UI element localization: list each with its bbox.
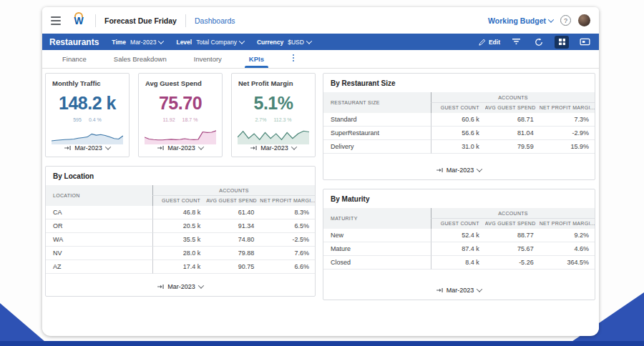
column-header: NET PROFIT MARGI... <box>540 219 595 229</box>
cell-value: 17.4 k <box>152 260 206 274</box>
column-header-accounts: ACCOUNTS <box>431 208 595 219</box>
edit-button[interactable]: Edit <box>479 39 500 46</box>
cell-value: 6.5% <box>260 219 315 233</box>
chevron-down-icon <box>291 144 297 149</box>
cell-value: 6.6% <box>260 260 315 274</box>
sparkline-chart <box>52 127 123 144</box>
cell-value: 8.3% <box>260 206 315 219</box>
cell-value: 31.0 k <box>431 140 485 154</box>
help-icon[interactable]: ? <box>560 15 571 26</box>
kpi-subvalues: 2.7% 112.3 % <box>255 117 291 122</box>
grid-view-button[interactable] <box>555 36 569 49</box>
tab-overflow-menu-icon[interactable] <box>290 50 297 68</box>
refresh-button[interactable] <box>532 36 546 49</box>
chevron-down-icon <box>239 38 245 44</box>
logo-letter: W <box>72 16 85 26</box>
kpi-title: Monthly Traffic <box>52 79 101 87</box>
chevron-down-icon <box>198 282 204 288</box>
data-table: RESTAURANT SIZE ACCOUNTS GUEST COUNTAVG … <box>323 92 595 154</box>
row-label: Standard <box>323 113 431 127</box>
dashboard-content: Monthly Traffic 148.2 k 595 0.4 % Mar-20… <box>42 69 599 335</box>
kpi-card: Net Profit Margin 5.1% 2.7% 112.3 % Mar-… <box>231 73 316 157</box>
cell-value: -2.9% <box>540 127 595 140</box>
column-header: AVG GUEST SPEND <box>485 219 540 229</box>
table-title: By Maturity <box>331 195 595 203</box>
period-value: Mar-2023 <box>447 167 474 174</box>
period-selector[interactable]: Mar-2023 <box>64 144 110 152</box>
column-header-dimension: MATURITY <box>323 208 431 229</box>
tab-finance[interactable]: Finance <box>61 51 88 68</box>
row-label: AZ <box>46 260 152 274</box>
period-value: Mar-2023 <box>167 144 195 152</box>
divider <box>185 14 186 27</box>
backdrop-bottom-bar <box>0 341 644 346</box>
row-label: OR <box>46 219 152 233</box>
cell-value: 68.71 <box>485 113 540 127</box>
dashboards-link[interactable]: Dashboards <box>195 16 235 25</box>
column-header-dimension: LOCATION <box>46 185 152 206</box>
table-title: By Location <box>53 172 315 180</box>
table-title: By Restaurant Size <box>331 79 595 87</box>
row-label: CA <box>46 206 152 219</box>
top-bar: W Forecast Due Friday Dashboards Working… <box>42 7 599 34</box>
tab-inventory[interactable]: Inventory <box>192 51 223 68</box>
tab-kpis[interactable]: KPIs <box>248 51 265 68</box>
column-header: AVG GUEST SPEND <box>206 196 260 206</box>
kpi-sub-pct: 0.4 % <box>89 117 102 122</box>
column-header: GUEST COUNT <box>431 219 485 229</box>
period-value: Mar-2023 <box>74 144 102 152</box>
time-label: Time <box>112 39 126 46</box>
cell-value: 79.59 <box>485 140 540 154</box>
column-header: GUEST COUNT <box>431 103 485 113</box>
sparkline-chart <box>145 127 216 144</box>
cell-value: 8.4 k <box>431 256 485 270</box>
row-label: Mature <box>323 242 431 256</box>
cell-value: -5.26 <box>485 256 540 270</box>
app-window: W Forecast Due Friday Dashboards Working… <box>42 7 599 336</box>
card-view-icon <box>580 38 590 46</box>
menu-icon[interactable] <box>51 16 61 25</box>
period-selector[interactable]: Mar-2023 <box>157 144 203 152</box>
kpi-sub-abs: 2.7% <box>255 117 266 122</box>
period-selector[interactable]: Mar-2023 <box>250 144 296 152</box>
chevron-down-icon <box>105 144 111 149</box>
workday-logo[interactable]: W <box>72 16 85 26</box>
cell-value: 91.34 <box>206 219 260 233</box>
chevron-down-icon <box>306 38 312 44</box>
skip-to-period-icon <box>157 284 164 290</box>
period-selector[interactable]: Mar-2023 <box>436 167 482 174</box>
column-header-accounts: ACCOUNTS <box>431 92 595 103</box>
kpi-sub-pct: 112.3 % <box>273 117 291 122</box>
refresh-icon <box>535 38 543 46</box>
period-value: Mar-2023 <box>167 283 195 290</box>
cell-value: 9.2% <box>540 229 595 242</box>
dashboard-toolbar: Restaurants Time Mar-2023 Level Total Co… <box>42 34 599 50</box>
kpi-subvalues: 595 0.4 % <box>73 117 102 122</box>
currency-dropdown[interactable]: $USD <box>288 39 311 46</box>
chevron-down-icon <box>198 144 204 149</box>
avatar[interactable] <box>578 14 590 26</box>
table-card-size: By Restaurant Size RESTAURANT SIZE ACCOU… <box>323 73 595 180</box>
chevron-down-icon <box>477 166 482 172</box>
time-dropdown[interactable]: Mar-2023 <box>130 39 163 46</box>
row-label: Delivery <box>323 140 431 154</box>
level-label: Level <box>176 39 192 46</box>
working-budget-dropdown[interactable]: Working Budget <box>488 16 553 25</box>
cell-value: 75.67 <box>485 242 540 256</box>
filter-button[interactable] <box>509 36 523 49</box>
period-selector[interactable]: Mar-2023 <box>157 283 203 290</box>
divider <box>95 14 96 27</box>
period-selector[interactable]: Mar-2023 <box>436 287 482 294</box>
level-dropdown[interactable]: Total Company <box>196 39 244 46</box>
cell-value: 4.6% <box>540 242 595 256</box>
kpi-title: Avg Guest Spend <box>145 79 202 87</box>
cell-value: 61.40 <box>206 206 260 219</box>
card-view-button[interactable] <box>577 36 592 49</box>
chevron-down-icon <box>477 286 482 292</box>
tab-sales-breakdown[interactable]: Sales Breakdown <box>112 51 168 68</box>
cell-value: 74.80 <box>206 233 260 247</box>
cell-value: 79.88 <box>206 247 260 260</box>
table-card-maturity: By Maturity MATURITY ACCOUNTS GUEST COUN… <box>323 189 595 300</box>
cell-value: -2.5% <box>260 233 315 247</box>
cell-value: 364.5% <box>540 256 595 270</box>
